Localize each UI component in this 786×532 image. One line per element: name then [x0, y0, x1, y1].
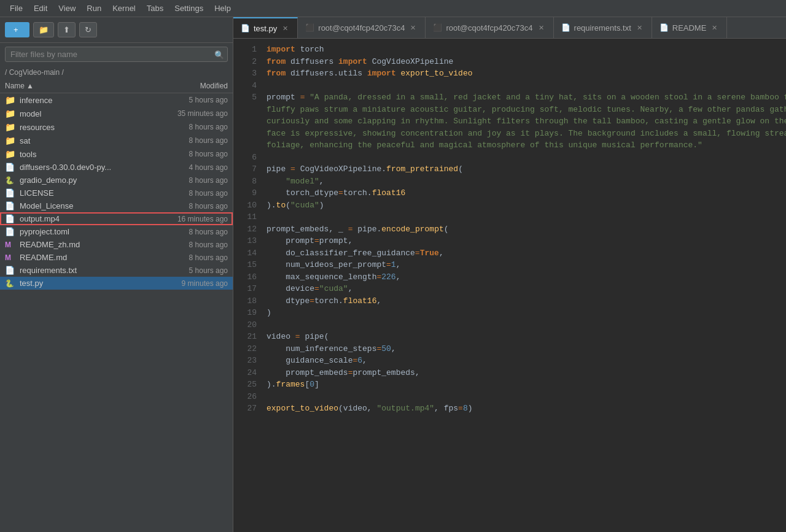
file-name: pyproject.toml — [20, 227, 154, 236]
line-content: prompt_embeds=prompt_embeds, — [267, 367, 781, 379]
file-modified: 8 hours ago — [154, 176, 228, 185]
file-modified: 5 hours ago — [154, 96, 228, 104]
sort-name-button[interactable]: Name ▲ — [5, 82, 154, 90]
menubar-item-help[interactable]: Help — [209, 2, 236, 14]
menubar-item-view[interactable]: View — [53, 2, 80, 14]
code-line: 17 device="cuda", — [233, 283, 786, 295]
folder-icon: 📁 — [5, 109, 16, 118]
line-content: video = pipe( — [267, 331, 781, 343]
folder-icon: 📁 — [39, 25, 49, 34]
breadcrumb-text: / CogVideo-main / — [5, 68, 64, 77]
list-item[interactable]: 📄 requirements.txt 5 hours ago — [0, 264, 233, 277]
code-area[interactable]: 1 import torch 2 from diffusers import C… — [233, 39, 786, 532]
tab-icon: ⬛ — [305, 23, 314, 32]
list-item[interactable]: 📁 model 35 minutes ago — [0, 107, 233, 120]
file-name: inference — [20, 96, 154, 105]
line-number: 9 — [238, 187, 257, 199]
new-file-button[interactable]: + — [5, 22, 29, 37]
list-item[interactable]: 📄 output.mp4 16 minutes ago — [0, 212, 233, 225]
line-content: dtype=torch.float16, — [267, 295, 781, 307]
tab-test-py[interactable]: 📄 test.py ✕ — [233, 17, 298, 38]
list-item[interactable]: M README.md 8 hours ago — [0, 251, 233, 264]
list-item[interactable]: 📁 tools 8 hours ago — [0, 147, 233, 161]
menubar-item-tabs[interactable]: Tabs — [142, 2, 168, 14]
search-input[interactable] — [5, 47, 228, 62]
markdown-icon: M — [5, 253, 16, 262]
breadcrumb: / CogVideo-main / — [0, 66, 233, 79]
line-number: 17 — [238, 283, 257, 295]
menubar-item-kernel[interactable]: Kernel — [107, 2, 141, 14]
file-name: resources — [20, 123, 154, 132]
list-item[interactable]: 🐍 test.py 9 minutes ago — [0, 277, 233, 290]
menubar-item-file[interactable]: File — [5, 2, 28, 14]
tab-bar: 📄 test.py ✕ ⬛ root@cqot4fcp420c73c4 ✕ ⬛ … — [233, 17, 786, 39]
menubar-item-settings[interactable]: Settings — [169, 2, 208, 14]
line-number: 13 — [238, 235, 257, 247]
line-number: 6 — [238, 152, 257, 164]
line-content: fluffy paws strum a miniature acoustic g… — [267, 104, 786, 116]
line-number: 27 — [238, 403, 257, 415]
line-content: import torch — [267, 44, 781, 56]
tab-root-cqot4fcp420c73c4[interactable]: ⬛ root@cqot4fcp420c73c4 ✕ — [426, 17, 553, 38]
sidebar-toolbar: + 📁 ⬆ ↻ — [0, 17, 233, 43]
code-line: fluffy paws strum a miniature acoustic g… — [233, 104, 786, 116]
list-item[interactable]: 📄 diffusers-0.30.0.dev0-py... 4 hours ag… — [0, 161, 233, 174]
code-line: 19 ) — [233, 307, 786, 319]
file-modified: 8 hours ago — [154, 150, 228, 158]
line-content: prompt = "A panda, dressed in a small, r… — [267, 91, 786, 104]
tab-close-button[interactable]: ✕ — [537, 23, 546, 33]
upload-icon: ⬆ — [63, 25, 70, 34]
modified-column-label: Modified — [154, 82, 228, 90]
list-item[interactable]: 📁 resources 8 hours ago — [0, 120, 233, 134]
refresh-icon: ↻ — [85, 25, 91, 34]
line-number: 4 — [238, 80, 257, 92]
menubar-item-run[interactable]: Run — [82, 2, 106, 14]
file-icon: 📄 — [5, 201, 16, 210]
line-content: ) — [267, 307, 781, 319]
line-number: 20 — [238, 319, 257, 331]
line-number: 1 — [238, 44, 257, 56]
tab-close-button[interactable]: ✕ — [281, 24, 290, 33]
tab-readme[interactable]: 📄 README ✕ — [652, 17, 728, 38]
markdown-icon: M — [5, 241, 16, 249]
tab-requirements-txt[interactable]: 📄 requirements.txt ✕ — [554, 17, 652, 38]
line-content: do_classifier_free_guidance=True, — [267, 247, 781, 260]
list-item[interactable]: M README_zh.md 8 hours ago — [0, 238, 233, 251]
new-folder-button[interactable]: 📁 — [33, 22, 54, 37]
file-name: README_zh.md — [20, 240, 154, 249]
code-line: 10 ).to("cuda") — [233, 199, 786, 212]
code-line: 26 — [233, 391, 786, 403]
code-line: face is expressive, showing concentratio… — [233, 128, 786, 140]
code-line: 21 video = pipe( — [233, 331, 786, 343]
list-item[interactable]: 📄 Model_License 8 hours ago — [0, 199, 233, 212]
list-item[interactable]: 📁 sat 8 hours ago — [0, 134, 233, 147]
line-number: 12 — [238, 223, 257, 236]
menubar: File Edit View Run Kernel Tabs Settings … — [0, 0, 786, 17]
line-content: num_videos_per_prompt=1, — [267, 259, 781, 271]
line-number: 11 — [238, 211, 257, 223]
code-line: 5 prompt = "A panda, dressed in a small,… — [233, 91, 786, 104]
list-item[interactable]: 📄 LICENSE 8 hours ago — [0, 187, 233, 199]
line-content: curiously and some clapping in rhythm. S… — [267, 115, 786, 128]
line-number: 7 — [238, 163, 257, 175]
refresh-button[interactable]: ↻ — [79, 22, 97, 37]
tab-close-button[interactable]: ✕ — [635, 23, 644, 33]
line-content: guidance_scale=6, — [267, 355, 781, 367]
code-line: 12 prompt_embeds, _ = pipe.encode_prompt… — [233, 223, 786, 236]
code-line: 6 — [233, 152, 786, 164]
menubar-item-edit[interactable]: Edit — [29, 2, 52, 14]
file-modified: 8 hours ago — [154, 228, 228, 236]
upload-button[interactable]: ⬆ — [58, 22, 76, 37]
tab-close-button[interactable]: ✕ — [710, 23, 719, 33]
list-item[interactable]: 📁 inference 5 hours ago — [0, 93, 233, 107]
code-line: 20 — [233, 319, 786, 331]
tab-label: test.py — [254, 24, 277, 33]
line-content: prompt_embeds, _ = pipe.encode_prompt( — [267, 223, 781, 236]
list-item[interactable]: 🐍 gradio_demo.py 8 hours ago — [0, 174, 233, 187]
line-content: prompt=prompt, — [267, 235, 781, 247]
tab-close-button[interactable]: ✕ — [408, 23, 418, 33]
list-item[interactable]: 📄 pyproject.toml 8 hours ago — [0, 225, 233, 238]
tab-label: root@cqot4fcp420c73c4 — [446, 23, 532, 33]
tab-root-cqot4fcp420c73c4[interactable]: ⬛ root@cqot4fcp420c73c4 ✕ — [298, 17, 426, 38]
file-name: diffusers-0.30.0.dev0-py... — [20, 163, 154, 172]
